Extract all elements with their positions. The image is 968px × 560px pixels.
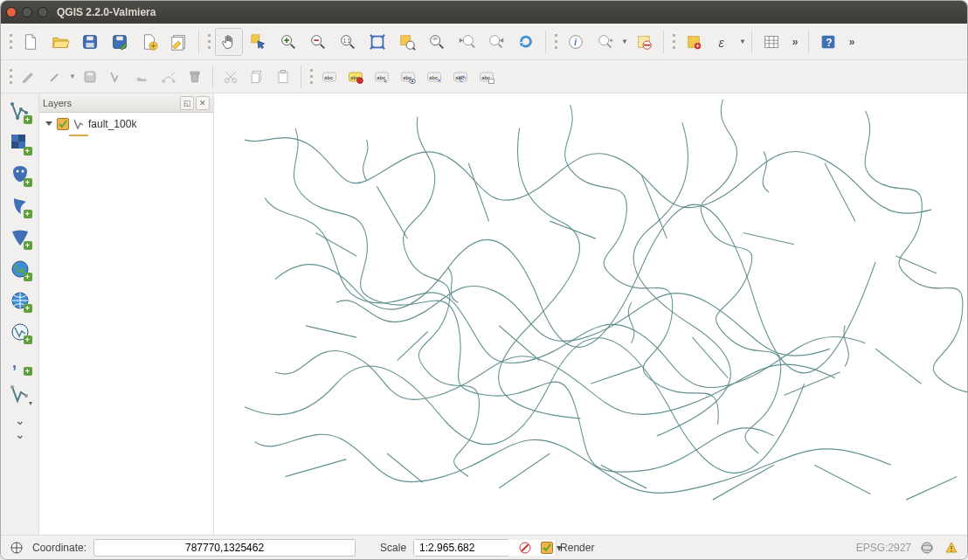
expression-button[interactable]: ε <box>709 28 737 56</box>
toolbar-grip[interactable] <box>671 30 676 54</box>
coordinate-label: Coordinate: <box>32 542 86 554</box>
label-rotate-button[interactable]: abc <box>448 65 473 89</box>
refresh-icon <box>516 32 536 52</box>
crs-label: EPSG:2927 <box>856 542 911 554</box>
zoom-selection-icon <box>398 32 417 52</box>
toolbar-grip[interactable] <box>553 30 558 54</box>
svg-point-68 <box>21 170 24 173</box>
labeling-button[interactable]: abc <box>317 65 342 89</box>
add-raster-layer-button[interactable] <box>5 128 35 158</box>
add-virtual-layer-button[interactable]: ▾ <box>5 380 35 410</box>
svg-rect-38 <box>252 73 259 82</box>
pan-to-selection-button[interactable] <box>245 28 273 56</box>
layers-panel: Layers ◱ ✕ fault_100k <box>39 93 214 535</box>
measure-button[interactable] <box>680 28 708 56</box>
zoom-full-icon <box>368 32 387 52</box>
zoom-native-icon: 1:1 <box>338 32 357 52</box>
svg-point-61 <box>19 107 23 111</box>
toolbar-grip[interactable] <box>8 65 13 89</box>
add-postgis-layer-button[interactable] <box>5 160 35 190</box>
add-wms-layer-button[interactable] <box>5 254 35 284</box>
save-as-project-button[interactable] <box>106 28 134 56</box>
panel-close-button[interactable]: ✕ <box>196 96 210 110</box>
current-edits-button[interactable] <box>43 65 67 89</box>
window-minimize-button[interactable] <box>22 7 32 17</box>
crs-button[interactable] <box>918 539 936 557</box>
svg-point-73 <box>10 385 14 389</box>
composer-manager-button[interactable] <box>165 28 193 56</box>
select-button[interactable] <box>591 28 619 56</box>
save-edits-button[interactable] <box>78 65 102 89</box>
toolbar-separator <box>198 30 199 54</box>
zoom-out-button[interactable] <box>304 28 332 56</box>
render-label: Render <box>560 542 594 554</box>
add-wfs-layer-button[interactable] <box>5 317 35 347</box>
toggle-editing-button[interactable] <box>17 65 41 89</box>
zoom-last-button[interactable] <box>453 28 481 56</box>
identify-button[interactable]: i <box>562 28 590 56</box>
crs-globe-icon <box>920 541 934 555</box>
attributes-table-button[interactable] <box>757 28 785 56</box>
delete-selected-button[interactable] <box>183 65 207 89</box>
scale-selector[interactable]: ▾ <box>413 539 509 557</box>
new-composer-button[interactable] <box>135 28 163 56</box>
toggle-extents-button[interactable] <box>8 539 25 557</box>
add-mssql-layer-button[interactable] <box>5 223 35 252</box>
zoom-native-button[interactable]: 1:1 <box>334 28 362 56</box>
composer-new-icon <box>140 32 159 52</box>
label-pin-button[interactable]: abc <box>370 65 394 89</box>
left-toolbar-overflow[interactable]: ⌄⌄ <box>15 413 25 441</box>
add-spatialite-layer-button[interactable] <box>5 191 35 221</box>
zoom-full-button[interactable] <box>363 28 391 56</box>
label-eye-icon: abc <box>399 68 417 86</box>
collapse-arrow-icon <box>45 120 53 128</box>
toolbar-overflow-2[interactable]: » <box>844 36 860 48</box>
scale-input[interactable] <box>414 540 556 556</box>
toolbar-overflow[interactable]: » <box>787 36 803 48</box>
messages-button[interactable] <box>943 539 960 557</box>
bookmark-new-icon <box>684 32 703 52</box>
deselect-button[interactable] <box>630 28 658 56</box>
coordinate-input[interactable] <box>93 539 356 557</box>
add-wcs-layer-button[interactable] <box>5 286 35 315</box>
help-button[interactable]: ? <box>814 28 842 56</box>
zoom-next-button[interactable] <box>482 28 510 56</box>
copy-features-button[interactable] <box>245 65 269 89</box>
edits-dropdown[interactable]: ▼ <box>69 73 76 80</box>
label-highlight-button[interactable]: abc <box>343 65 368 89</box>
zoom-in-icon <box>279 32 298 52</box>
move-feature-button[interactable] <box>130 65 155 89</box>
window-close-button[interactable] <box>6 7 17 17</box>
node-tool-button[interactable] <box>156 65 181 89</box>
pan-button[interactable] <box>215 28 243 56</box>
refresh-button[interactable] <box>512 28 540 56</box>
add-feature-button[interactable] <box>104 65 128 89</box>
layer-visibility-checkbox[interactable] <box>57 118 69 130</box>
open-project-button[interactable] <box>46 28 74 56</box>
zoom-to-layer-button[interactable] <box>423 28 451 56</box>
add-vector-layer-button[interactable] <box>5 97 35 127</box>
toolbar-grip[interactable] <box>308 65 314 89</box>
zoom-in-button[interactable] <box>274 28 302 56</box>
svg-point-74 <box>24 394 28 398</box>
layer-tree-item[interactable]: fault_100k <box>43 116 210 132</box>
expression-dropdown[interactable]: ▼ <box>739 38 746 45</box>
toolbar-grip[interactable] <box>206 30 211 54</box>
label-show-button[interactable]: abc <box>396 65 420 89</box>
save-project-button[interactable] <box>76 28 104 56</box>
new-project-button[interactable] <box>17 28 45 56</box>
render-checkbox[interactable] <box>541 542 553 554</box>
paste-features-button[interactable] <box>271 65 295 89</box>
zoom-to-selection-button[interactable] <box>393 28 421 56</box>
zoom-next-icon <box>487 32 506 52</box>
panel-undock-button[interactable]: ◱ <box>180 96 194 110</box>
stop-render-button[interactable] <box>516 539 534 557</box>
map-canvas[interactable] <box>214 93 967 535</box>
cut-features-button[interactable] <box>218 65 243 89</box>
window-maximize-button[interactable] <box>38 7 48 17</box>
select-dropdown[interactable]: ▼ <box>621 38 628 45</box>
label-change-button[interactable]: abc <box>474 65 499 89</box>
add-delimited-text-button[interactable]: , <box>5 349 35 378</box>
toolbar-grip[interactable] <box>8 30 13 54</box>
label-move-button[interactable]: abc <box>422 65 446 89</box>
